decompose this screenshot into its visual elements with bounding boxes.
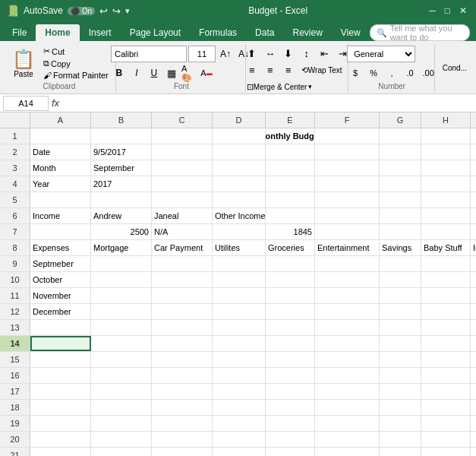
italic-button[interactable]: I — [128, 65, 145, 81]
cell-h13[interactable] — [421, 320, 471, 335]
cell-e11[interactable] — [266, 288, 315, 303]
cell-a11[interactable]: November — [30, 288, 91, 303]
cell-h3[interactable] — [421, 160, 471, 176]
cell-d5[interactable] — [213, 192, 266, 207]
cell-e9[interactable] — [266, 256, 315, 271]
cell-f7[interactable] — [315, 224, 380, 239]
underline-button[interactable]: U — [146, 65, 162, 81]
cell-d7[interactable] — [213, 224, 266, 239]
cell-reference-input[interactable] — [3, 96, 49, 111]
cell-h12[interactable] — [421, 304, 471, 319]
format-painter-button[interactable]: 🖌 Format Painter — [41, 70, 111, 81]
cell-d3[interactable] — [213, 160, 266, 176]
cell-b6[interactable]: Andrew — [91, 208, 152, 223]
cell-a9[interactable]: Septmeber — [30, 256, 91, 271]
cell-f12[interactable] — [315, 304, 380, 319]
paste-button[interactable]: 📋 Paste — [8, 47, 39, 80]
cell-a2[interactable]: Date — [30, 144, 91, 160]
cell-c13[interactable] — [152, 320, 213, 335]
font-name-input[interactable] — [111, 46, 187, 62]
cell-f13[interactable] — [315, 320, 380, 335]
cell-f4[interactable] — [315, 176, 380, 192]
bold-button[interactable]: B — [111, 65, 128, 81]
cell-c7[interactable]: N/A — [152, 224, 213, 239]
tab-data[interactable]: Data — [246, 24, 283, 41]
align-right-btn[interactable]: ≡ — [280, 62, 297, 78]
currency-btn[interactable]: $ — [347, 65, 364, 81]
tab-page-layout[interactable]: Page Layout — [121, 24, 190, 41]
cell-c12[interactable] — [152, 304, 213, 319]
cell-h11[interactable] — [421, 288, 471, 303]
col-header-g[interactable]: G — [380, 112, 421, 128]
redo-btn[interactable]: ↪ — [112, 5, 121, 17]
font-color-btn[interactable]: A▬ — [198, 65, 215, 81]
cell-e5[interactable] — [266, 192, 315, 207]
cell-i7[interactable] — [471, 224, 476, 239]
cell-a15[interactable] — [30, 352, 91, 367]
align-top-btn[interactable]: ⬆ — [244, 46, 260, 61]
cell-g5[interactable] — [380, 192, 421, 207]
align-left-btn[interactable]: ≡ — [244, 62, 260, 78]
cell-g7[interactable] — [380, 224, 421, 239]
cell-f3[interactable] — [315, 160, 380, 176]
cell-b15[interactable] — [91, 352, 152, 367]
cell-e6[interactable] — [266, 208, 315, 223]
cell-i1[interactable] — [471, 128, 476, 144]
cell-a5[interactable] — [30, 192, 91, 207]
cell-b5[interactable] — [91, 192, 152, 207]
cell-b8[interactable]: Mortgage — [91, 240, 152, 255]
cell-h2[interactable] — [421, 144, 471, 160]
cell-c1[interactable] — [152, 128, 213, 144]
cell-h1[interactable] — [421, 128, 471, 144]
window-controls[interactable]: ─ □ ✕ — [426, 5, 470, 16]
cell-h5[interactable] — [421, 192, 471, 207]
cell-g3[interactable] — [380, 160, 421, 176]
cell-c15[interactable] — [152, 352, 213, 367]
cell-f9[interactable] — [315, 256, 380, 271]
align-middle-btn[interactable]: ↔ — [262, 46, 279, 61]
increase-decimal-btn[interactable]: .00 — [420, 65, 437, 81]
cell-a3[interactable]: Month — [30, 160, 91, 176]
cell-d2[interactable] — [213, 144, 266, 160]
cell-b12[interactable] — [91, 304, 152, 319]
cell-g2[interactable] — [380, 144, 421, 160]
merge-center-btn[interactable]: ⊡ Merge & Center ▾ — [244, 79, 351, 94]
cell-d6[interactable]: Other Income — [213, 208, 266, 223]
cell-h8[interactable]: Baby Stuff — [421, 240, 471, 255]
cell-b9[interactable] — [91, 256, 152, 271]
border-btn[interactable]: ▦ — [163, 65, 180, 81]
cell-f10[interactable] — [315, 272, 380, 287]
font-increase-btn[interactable]: A↑ — [217, 46, 234, 62]
cell-g11[interactable] — [380, 288, 421, 303]
cell-d9[interactable] — [213, 256, 266, 271]
cell-b3[interactable]: September — [91, 160, 152, 176]
cell-c5[interactable] — [152, 192, 213, 207]
cell-b1[interactable] — [91, 128, 152, 144]
cell-a14[interactable] — [30, 336, 91, 351]
percent-btn[interactable]: % — [365, 65, 382, 81]
cell-g10[interactable] — [380, 272, 421, 287]
wrap-text-btn[interactable]: ⟲ Wrap Text — [298, 62, 345, 78]
cell-e2[interactable] — [266, 144, 315, 160]
number-format-select[interactable]: General Number Currency Percentage — [347, 46, 415, 62]
col-header-h[interactable]: H — [421, 112, 471, 128]
cell-c9[interactable] — [152, 256, 213, 271]
cell-i6[interactable] — [471, 208, 476, 223]
cell-d12[interactable] — [213, 304, 266, 319]
cell-e1[interactable]: Monthly Budget — [266, 128, 315, 144]
cell-a4[interactable]: Year — [30, 176, 91, 192]
tell-me-box[interactable]: 🔍 Tell me what you want to do — [370, 24, 470, 41]
cell-d8[interactable]: Utilites — [213, 240, 266, 255]
cell-f8[interactable]: Entertainment — [315, 240, 380, 255]
cell-a6[interactable]: Income — [30, 208, 91, 223]
cell-i4[interactable] — [471, 176, 476, 192]
cell-g15[interactable] — [380, 352, 421, 367]
cell-b14[interactable] — [91, 336, 152, 351]
col-header-f[interactable]: F — [315, 112, 380, 128]
cell-d4[interactable] — [213, 176, 266, 192]
col-header-a[interactable]: A — [30, 112, 91, 128]
undo-btn[interactable]: ↩ — [99, 5, 108, 17]
cell-i15[interactable] — [471, 352, 476, 367]
cell-f1[interactable] — [315, 128, 380, 144]
autosave-toggle[interactable]: ⚫ On — [68, 7, 95, 15]
